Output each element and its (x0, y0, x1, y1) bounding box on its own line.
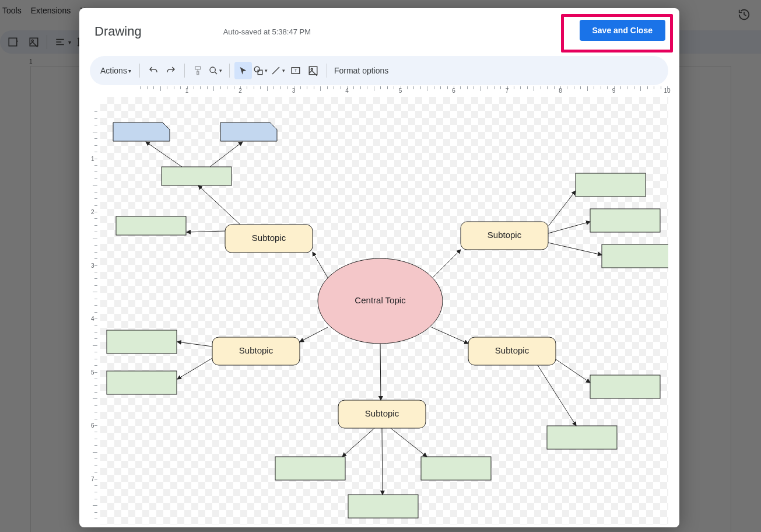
save-and-close-button[interactable]: Save and Close (580, 20, 666, 41)
ruler-h-num: 7 (506, 88, 509, 94)
green-box[interactable] (162, 167, 232, 186)
ruler-v-num: 4 (91, 316, 94, 322)
line-tool-icon[interactable] (269, 62, 287, 79)
paint-format-icon[interactable] (190, 62, 207, 79)
blue-box[interactable] (220, 123, 277, 141)
svg-point-27 (311, 68, 313, 70)
ruler-v-num: 6 (91, 422, 94, 429)
subtopic-top-left-label: Subtopic (252, 233, 286, 243)
redo-icon[interactable] (162, 62, 180, 79)
arrow[interactable] (432, 327, 468, 344)
arrow[interactable] (382, 428, 383, 495)
dialog-header: Drawing Auto-saved at 5:38:47 PM Save an… (79, 8, 679, 55)
actions-label: Actions (100, 66, 127, 75)
central-topic-label: Central Topic (355, 295, 406, 305)
separator (327, 64, 327, 78)
ruler-v-num: 3 (91, 262, 94, 268)
svg-text:T: T (294, 68, 297, 73)
ruler-h-num: 5 (399, 88, 402, 94)
svg-point-17 (255, 66, 260, 72)
svg-rect-14 (197, 72, 199, 75)
arrow[interactable] (538, 365, 576, 426)
ruler-v-num: 2 (91, 209, 94, 215)
green-box[interactable] (590, 209, 660, 232)
actions-menu[interactable]: Actions ▾ (97, 64, 135, 78)
subtopic-bottom-left-label: Subtopic (239, 345, 273, 355)
arrow[interactable] (548, 222, 590, 233)
ruler-h-num: 3 (292, 88, 296, 94)
ruler-h-num: 4 (345, 88, 349, 94)
green-box[interactable] (116, 216, 186, 235)
green-box[interactable] (547, 426, 617, 449)
ruler-h-num: 9 (612, 88, 616, 94)
subtopic-top-right-label: Subtopic (488, 230, 522, 240)
textbox-tool-icon[interactable]: T (287, 62, 304, 79)
ruler-h-num: 6 (452, 88, 455, 94)
arrow[interactable] (198, 186, 240, 225)
image-tool-icon[interactable] (304, 62, 322, 79)
format-options-button[interactable]: Format options (334, 66, 388, 75)
ruler-v-num: 5 (91, 369, 94, 375)
separator (139, 64, 140, 78)
arrow[interactable] (548, 243, 602, 255)
ruler-h-num: 1 (185, 88, 189, 94)
drawing-dialog: Drawing Auto-saved at 5:38:47 PM Save an… (79, 8, 679, 527)
select-tool-icon[interactable] (234, 62, 252, 79)
arrow[interactable] (433, 250, 461, 278)
zoom-icon[interactable] (207, 62, 225, 79)
arrow[interactable] (177, 358, 212, 379)
svg-line-16 (215, 72, 217, 74)
green-box[interactable] (590, 375, 660, 398)
arrow[interactable] (313, 252, 328, 278)
ruler-v-num: 1 (91, 155, 94, 162)
autosave-label: Auto-saved at 5:38:47 PM (223, 27, 311, 36)
blue-box[interactable] (113, 123, 170, 141)
drawing-canvas[interactable]: Central Topic Subtopic Subtopic Subtopic… (100, 97, 668, 524)
ruler-v-num: 7 (91, 475, 94, 482)
ruler-h-num: 2 (239, 88, 242, 94)
green-box[interactable] (421, 457, 491, 480)
drawing-toolbar: Actions ▾ T F (90, 56, 668, 85)
dialog-title: Drawing (94, 24, 142, 39)
separator (229, 64, 230, 78)
green-box[interactable] (602, 244, 668, 268)
green-box[interactable] (275, 457, 345, 480)
arrow[interactable] (210, 142, 243, 167)
arrow[interactable] (380, 344, 381, 400)
arrow[interactable] (548, 191, 576, 226)
separator (184, 64, 185, 78)
shape-tool-icon[interactable] (252, 62, 269, 79)
ruler-h-num: 8 (559, 88, 562, 94)
green-box[interactable] (107, 371, 177, 394)
vertical-ruler: 1234567 (90, 97, 100, 524)
arrow[interactable] (177, 342, 212, 346)
svg-rect-18 (258, 70, 263, 75)
arrow[interactable] (556, 359, 590, 383)
green-box[interactable] (576, 173, 646, 197)
svg-rect-13 (195, 66, 201, 69)
ruler-h-num: 10 (664, 88, 670, 94)
subtopic-bottom-center-label: Subtopic (365, 408, 399, 418)
undo-icon[interactable] (145, 62, 162, 79)
green-box[interactable] (107, 330, 177, 354)
arrow[interactable] (300, 327, 328, 342)
arrow[interactable] (342, 428, 374, 457)
svg-rect-26 (309, 66, 317, 75)
svg-point-15 (210, 67, 215, 72)
caret-down-icon: ▾ (128, 68, 131, 74)
horizontal-ruler: 12345678910 (90, 86, 668, 97)
green-box[interactable] (348, 495, 418, 518)
arrow[interactable] (146, 142, 182, 167)
svg-line-19 (272, 67, 279, 74)
arrow[interactable] (391, 428, 427, 457)
subtopic-bottom-right-label: Subtopic (495, 345, 529, 355)
arrow[interactable] (187, 231, 225, 232)
